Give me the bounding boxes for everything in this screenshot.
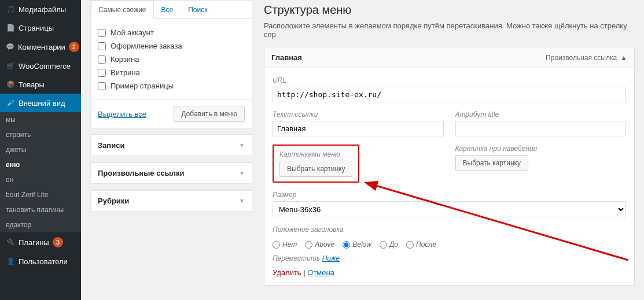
tab-all[interactable]: Все	[154, 1, 181, 19]
menu-item-header[interactable]: Главная Произвольная ссылка▲	[264, 47, 634, 68]
page-checkbox[interactable]	[98, 29, 106, 37]
plug-icon	[6, 238, 15, 247]
sidebar-item-plugins[interactable]: Плагины3	[0, 232, 81, 252]
radio-above[interactable]: Above	[305, 240, 334, 249]
select-all-link[interactable]: Выделить все	[98, 110, 146, 118]
size-label: Размер	[273, 191, 626, 199]
sidebar-submenu: мы строить джеты еню он bout Zerif Lite …	[0, 112, 81, 232]
delete-link[interactable]: Удалить	[273, 268, 301, 277]
chevron-down-icon: ▼	[239, 198, 245, 204]
sidebar-item-media[interactable]: Медиафайлы	[0, 0, 81, 18]
size-select[interactable]: Menu-36x36	[273, 201, 626, 217]
page-checkbox[interactable]	[98, 82, 106, 90]
page-checkbox-row[interactable]: Мой аккаунт	[98, 26, 245, 39]
url-input[interactable]	[273, 87, 626, 102]
move-down-link[interactable]: Ниже	[322, 254, 340, 262]
page-checkbox-row[interactable]: Оформление заказа	[98, 39, 245, 53]
hover-image-label: Картинка при наведении	[455, 145, 627, 153]
sidebar-item-products[interactable]: Товары	[0, 75, 81, 94]
move-row: Переместить Ниже	[273, 254, 626, 262]
pages-tabs: Самые свежие Все Поиск	[91, 1, 252, 19]
sidebar-item-woocommerce[interactable]: WooCommerce	[0, 57, 81, 75]
pages-panel: Самые свежие Все Поиск Мой аккаунт Оформ…	[90, 0, 252, 128]
comments-badge: 2	[69, 42, 79, 52]
cart-icon	[6, 61, 15, 71]
tab-search[interactable]: Поиск	[181, 1, 215, 19]
submenu-widgets[interactable]: джеты	[0, 142, 81, 157]
url-label: URL	[273, 76, 626, 84]
admin-sidebar: Медиафайлы Страницы Комментарии2 WooComm…	[0, 0, 81, 300]
highlighted-box: Картинками меню Выбрать картинку	[273, 145, 359, 183]
sidebar-item-users[interactable]: Пользователи	[0, 252, 81, 271]
page-icon	[6, 23, 15, 32]
plugins-badge: 3	[53, 237, 63, 247]
title-attr-label: Атрибут title	[455, 110, 627, 118]
page-checkbox[interactable]	[98, 69, 106, 77]
submenu-install-plugins[interactable]: тановить плагины	[0, 202, 81, 217]
chevron-up-icon: ▲	[620, 54, 627, 62]
title-attr-input[interactable]	[455, 121, 627, 136]
submenu-background[interactable]: он	[0, 172, 81, 187]
menu-item-title: Главная	[271, 53, 302, 62]
brush-icon	[6, 98, 15, 108]
title-position-label: Положение заголовка	[273, 225, 626, 234]
cancel-link[interactable]: Отмена	[307, 268, 334, 277]
page-checkbox[interactable]	[98, 42, 106, 50]
choose-hover-image-button[interactable]: Выбрать картинку	[455, 155, 528, 171]
sidebar-item-pages[interactable]: Страницы	[0, 18, 81, 37]
chevron-down-icon: ▼	[239, 142, 245, 149]
link-text-input[interactable]	[273, 121, 444, 136]
page-description: Расположите элементы в желаемом порядке …	[264, 21, 635, 39]
submenu-customize[interactable]: строить	[0, 127, 81, 142]
page-checkbox-row[interactable]: Витрина	[98, 66, 245, 79]
add-to-menu-button[interactable]: Добавить в меню	[174, 106, 245, 122]
media-icon	[6, 5, 15, 14]
radio-before[interactable]: До	[380, 240, 398, 249]
link-text-label: Текст ссылки	[273, 110, 444, 118]
submenu-menus[interactable]: еню	[0, 157, 81, 172]
tab-recent[interactable]: Самые свежие	[91, 1, 154, 19]
menu-item: Главная Произвольная ссылка▲ URL Текст с…	[264, 47, 635, 286]
page-checkbox[interactable]	[98, 55, 106, 64]
tag-icon	[6, 80, 15, 89]
menu-item-type: Произвольная ссылка	[546, 54, 617, 62]
accordion-links[interactable]: Произвольные ссылки▼	[90, 162, 252, 184]
page-checkbox-row[interactable]: Корзина	[98, 53, 245, 66]
accordion-posts[interactable]: Записи▼	[90, 134, 252, 156]
submenu-editor[interactable]: едактор	[0, 217, 81, 232]
page-checkbox-row[interactable]: Пример страницы	[98, 79, 245, 92]
sidebar-item-appearance[interactable]: Внешний вид	[0, 94, 81, 112]
title-position-radios: Нет Above Below До После	[273, 238, 626, 249]
radio-after[interactable]: После	[406, 240, 436, 249]
sidebar-item-comments[interactable]: Комментарии2	[0, 37, 81, 57]
accordion-categories[interactable]: Рубрики▼	[90, 190, 252, 212]
menu-image-label: Картинками меню	[279, 150, 352, 158]
submenu-about[interactable]: bout Zerif Lite	[0, 187, 81, 202]
radio-none[interactable]: Нет	[273, 240, 297, 249]
radio-below[interactable]: Below	[343, 240, 371, 249]
user-icon	[6, 257, 15, 266]
page-title: Структура меню	[264, 3, 635, 17]
comment-icon	[6, 42, 14, 51]
choose-image-button[interactable]: Выбрать картинку	[279, 161, 352, 177]
chevron-down-icon: ▼	[239, 170, 245, 176]
submenu-themes[interactable]: мы	[0, 112, 81, 127]
